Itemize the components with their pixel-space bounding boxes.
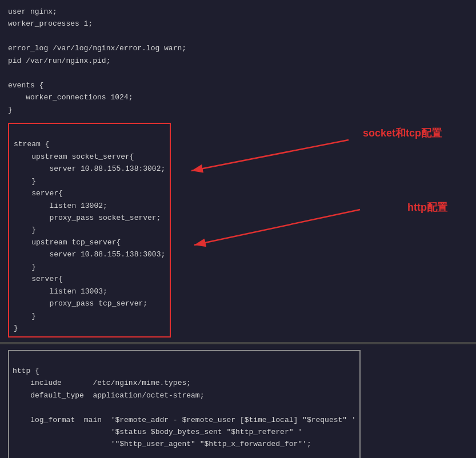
code-line-8: worker_connections 1024; — [8, 91, 468, 103]
top-code-section: user nginx; worker_processes 1; error_lo… — [0, 0, 476, 119]
code-line-5: pid /var/run/nginx.pid; — [8, 55, 468, 67]
code-line-7: events { — [8, 79, 468, 91]
code-line-4: error_log /var/log/nginx/error.log warn; — [8, 42, 468, 54]
http-config-annotation: http配置 — [407, 199, 447, 216]
svg-line-3 — [194, 210, 360, 245]
code-line-3 — [8, 30, 468, 42]
socket-tcp-annotation: socket和tcp配置 — [363, 125, 442, 142]
code-line-6 — [8, 67, 468, 79]
http-box: http { include /etc/nginx/mime.types; de… — [8, 350, 361, 458]
code-line-9: } — [8, 104, 468, 116]
stream-box: stream { upstream socket_server{ server … — [8, 123, 171, 338]
http-code-section: http { include /etc/nginx/mime.types; de… — [0, 344, 476, 458]
code-line-2: worker_processes 1; — [8, 18, 468, 30]
svg-line-1 — [191, 140, 349, 171]
stream-code-section: stream { upstream socket_server{ server … — [0, 119, 476, 342]
code-line-1: user nginx; — [8, 6, 468, 18]
